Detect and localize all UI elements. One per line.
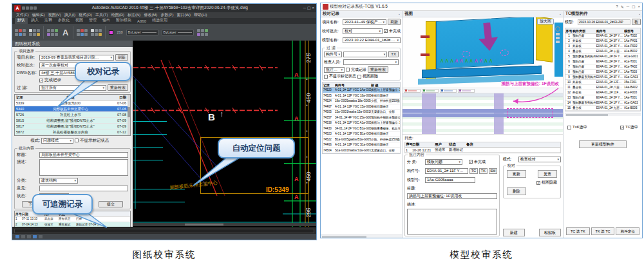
record-row[interactable]: 7443034-01_1# 2F YGC B1a-G002bbbda钢筋重叠碰撞… (323, 126, 400, 132)
filter-select[interactable]: 批注所有▾ (39, 85, 106, 91)
clipboard-button[interactable]: 粘贴板 (539, 229, 561, 236)
record-row[interactable]: 5340局部板筋未伸至梁中心07-06 (15, 106, 128, 112)
ribbon-tab[interactable]: 输出 (100, 18, 113, 24)
ribbon-tab[interactable]: 注释 (42, 18, 55, 24)
members-hscrollbar[interactable] (565, 113, 641, 116)
done-record-checkbox[interactable]: 完成记录 (346, 67, 366, 73)
linetype-combo[interactable]: ByLayer (126, 30, 158, 35)
column-header[interactable]: 备注 (466, 142, 560, 147)
column-header[interactable]: 序号 (15, 212, 22, 216)
member-row[interactable]: 6预制凸窗E04A-01_2# 3F Y…A1a-T001 (565, 59, 640, 64)
mode-select[interactable]: 问题模式▾ (41, 138, 73, 144)
command-input[interactable] (14, 229, 314, 233)
menu-item[interactable]: 视图(V) (48, 12, 61, 18)
text-tool-icon[interactable]: A (61, 28, 70, 37)
member-row[interactable]: 3外架板E04A-01_2# 3F Y…A1a-P002 (565, 44, 640, 49)
project-name-select[interactable]: 2023-41~49 保税产业片区ZH-02#厂▾ (343, 19, 386, 25)
member-filter-select[interactable]: 构件号▾ (324, 52, 342, 57)
delete-button[interactable]: 删除 (507, 187, 526, 195)
color-swatch[interactable] (109, 30, 113, 35)
ribbon-tab[interactable]: 管理 (86, 18, 99, 24)
minimize-button[interactable]: ─ (627, 5, 629, 9)
batch-select[interactable]: 校对▾ (343, 28, 383, 34)
close-button[interactable]: × (638, 5, 640, 9)
ribbon-tab[interactable]: A360 (135, 19, 149, 24)
column-header[interactable]: 状态 (449, 142, 466, 147)
menu-item[interactable]: 修改(M) (144, 12, 157, 18)
member-row[interactable]: 13预制凸窗E04A-01_2# 3F Y…1Aa-T001 (565, 95, 640, 100)
menu-item[interactable]: 文件(F) (16, 12, 29, 18)
checker-combo[interactable]: ▾ (343, 59, 399, 65)
model-no-input[interactable]: 1Aa-G005aaaa (425, 177, 475, 183)
block-tools-icons[interactable] (91, 29, 102, 36)
search-button[interactable]: 重新检索 (368, 66, 388, 73)
status-icon[interactable] (21, 235, 25, 238)
unfinished-checkbox[interactable]: ✓未完成 (384, 28, 401, 34)
sheet-tab[interactable] (404, 89, 421, 93)
column-header[interactable]: 标 题 (371, 83, 400, 87)
column-header[interactable]: 构件号 (596, 29, 624, 33)
record-row[interactable]: 5815结构调整图,留"预埋DN75止水"07-09 (15, 118, 128, 124)
no-prompt-checkbox[interactable]: 不提示标记状态 (75, 138, 109, 144)
ribbon-tab[interactable]: 精选应用 (149, 18, 170, 24)
help-button[interactable]: ? (616, 5, 618, 9)
autocad-logo-icon[interactable]: A (14, 5, 21, 12)
project-name-select[interactable]: 2019-69 春黄岛翡翠项目设计院…▾ (39, 55, 114, 61)
menu-item[interactable]: 窗口(W) (176, 12, 191, 18)
enlarge-view-button[interactable]: 放大图 (537, 19, 554, 24)
member-row[interactable]: 7预制凸窗E04A-01_2# 3F Y…A1a-TA02 (565, 64, 640, 70)
menu-item[interactable]: 帮助(H) (194, 12, 207, 18)
no-prompt-checkbox[interactable]: 不提示标记状态 (324, 73, 356, 79)
update-members-button[interactable]: 更新模型构件 (579, 140, 627, 148)
member-value-combo[interactable]: ▾ (343, 52, 387, 57)
status-icon[interactable] (33, 235, 37, 238)
history-row[interactable]: 207-04 14:13张迪常重改标记原始记录 07-04 14: (15, 222, 130, 227)
submit-button[interactable]: 提交 (99, 201, 123, 207)
record-row[interactable]: 74520A-01_2# 11F YGC 1Aa-G005aaaaa插筋与上层窗… (323, 88, 400, 93)
rebar-spreadsheet[interactable] (402, 93, 563, 135)
tc-select-checkbox[interactable]: ✓TC选中 (620, 124, 638, 130)
command-line[interactable] (12, 227, 316, 234)
tk-to-tc-button[interactable]: TK 选 TC (591, 227, 615, 235)
column-header[interactable]: 序号 (565, 29, 573, 33)
status-icon[interactable] (27, 235, 31, 238)
tc-to-tk-button[interactable]: TC 选 TK (566, 227, 590, 235)
txk-select-checkbox[interactable]: TxK选中 (567, 124, 587, 130)
member-row[interactable]: 2外架板E04A-01_2# 3F Y…1Aa-PA01 (565, 39, 640, 44)
record-row[interactable]: 74504S1a-G001haaba S1a-G001haaba无梁窗边口、全部 (323, 148, 400, 154)
cad-viewport[interactable]: B ↑ 275 450 450 295 A A A A 局部板筋未伸至梁中心 I… (133, 41, 316, 227)
maximize-button[interactable]: ☐ (307, 6, 310, 10)
maximize-button[interactable]: ☐ (632, 5, 635, 9)
modify-tools-icons[interactable] (29, 29, 40, 36)
tx-button[interactable]: TX (388, 51, 399, 57)
tc-button[interactable]: TC (469, 168, 478, 174)
log-row[interactable]: 110-26 12:21张迪常新增标记 (405, 148, 560, 153)
refresh-button[interactable]: 刷新 (115, 54, 128, 61)
quick-access-toolbar[interactable] (22, 6, 37, 10)
view-navigation-wheel[interactable] (554, 26, 561, 43)
member-row[interactable]: 14预制飘窗系列构件E04A-01_2# 1F Y…A1a-GA03 (565, 100, 640, 106)
record-row[interactable]: 5817结构调整图,留"预埋DN75止水"07-09 (15, 124, 128, 129)
layer-tools-icons[interactable] (77, 29, 88, 36)
nav-icon[interactable] (556, 41, 560, 43)
orbit-ring-icon[interactable] (555, 26, 560, 32)
minimize-button[interactable]: ─ (303, 6, 306, 10)
ribbon-tab[interactable]: 视图 (73, 18, 86, 24)
member-row[interactable]: 10外架板E04A-01_2# 12F…15a-F001 (565, 80, 640, 85)
category-select[interactable]: 模板问题▾ (425, 159, 462, 165)
member-input[interactable]: E04A-01_2# 11F YGQ20 (425, 168, 468, 174)
member-row[interactable]: 1预制凸窗E04A-01_2# 3F Y…1Aa-T002 (565, 34, 640, 39)
record-row[interactable]: 7450515a-G001haaba 15a-G001haaba无梁窗边口、全部 (323, 110, 400, 115)
member-row[interactable]: 11叠合板E04A-01_2# 八层…1Aa-BA02 (565, 85, 640, 90)
menu-item[interactable]: 绘图(D) (111, 12, 124, 18)
record-row[interactable]: 74523A-01_1# 12F YGC B1a-G005caaba楼板问题修正 (323, 131, 400, 137)
mode-select[interactable]: 检查校对▾ (518, 157, 561, 162)
3d-viewport[interactable]: ∧∧∧∧∧∧∧∧∧∧∧ 放大图 (402, 17, 563, 88)
locate-member-button[interactable]: 构件定位 (616, 227, 639, 235)
member-row[interactable]: 12外架板E04A-01_2# 11F…A1a-F003 (565, 90, 640, 95)
member-row[interactable]: 5预制飘窗系列构件E04A-01_2# 3F Y…ACa-G001 (565, 54, 640, 59)
cad-title-bar[interactable]: A Autodesk AutoCAD 2016 4#楼 三-十层AY5869~1… (12, 4, 316, 12)
column-header[interactable]: 标 题 (29, 95, 112, 100)
member-row[interactable]: 4叠合板E04A-01_2# 十层…A1a-B002 (565, 49, 640, 54)
record-row[interactable]: 7452418a-G005waaba 18a-G005eaaba少筋、外伸长度2… (323, 99, 400, 104)
